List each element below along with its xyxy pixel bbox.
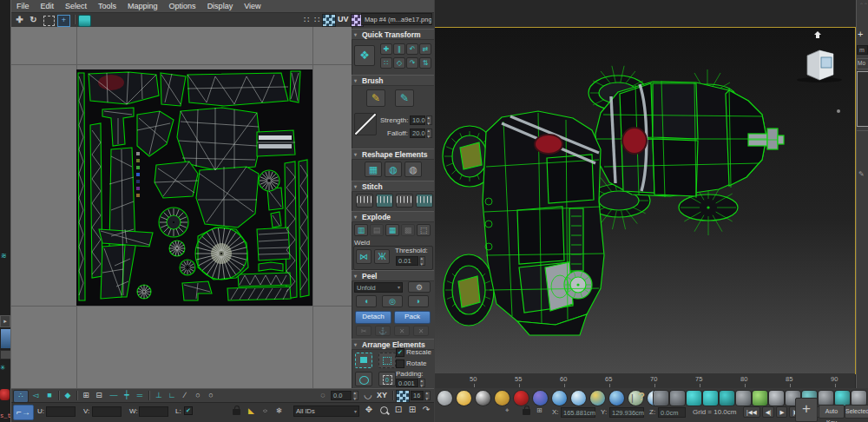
bulb-icon[interactable] (687, 391, 701, 406)
show-map-toggle-icon[interactable] (322, 14, 336, 27)
zoom-to-gizmo-icon[interactable]: ↷ (420, 405, 432, 415)
rollout-reshape[interactable]: Reshape Elements (352, 148, 434, 160)
select-loop-icon[interactable]: — (108, 390, 120, 400)
zoom-region-icon[interactable]: ⊡ (392, 405, 404, 415)
left-toolbar-icon[interactable]: ≋ (1, 252, 9, 260)
bottle-icon[interactable] (769, 391, 784, 406)
menu-display[interactable]: Display (207, 2, 233, 10)
pack-button[interactable]: Pack (394, 311, 431, 324)
soft-selection-icon[interactable]: ◌ (318, 390, 328, 400)
strength-field[interactable]: 10.0 (410, 115, 425, 125)
menu-view[interactable]: View (244, 2, 260, 10)
camera-icon[interactable] (654, 391, 668, 406)
padding-field[interactable]: 0.001 (396, 379, 418, 387)
selected-button[interactable]: Selected (845, 405, 868, 419)
stitch-source-button[interactable] (416, 194, 433, 208)
face-mode-icon[interactable]: ■ (43, 390, 56, 400)
stitch-average-button[interactable] (396, 194, 413, 208)
qt-gizmo-button[interactable]: ❖ (354, 45, 375, 66)
grow-loop-icon[interactable]: ┿ (121, 390, 133, 400)
stitch-target-button[interactable] (376, 194, 393, 208)
edge-mode-icon[interactable]: ◅ (30, 390, 42, 400)
tiles-spinner[interactable] (424, 391, 431, 400)
peel-mode-dropdown[interactable]: Unfold▾ (354, 282, 403, 293)
map-dropdown[interactable]: Map #4 (m...a9e17.png)▾ (361, 13, 432, 25)
align-vertical-icon[interactable]: ⊥ (153, 390, 165, 400)
l-checkbox[interactable]: ✔ (184, 406, 193, 415)
sand-icon[interactable] (495, 391, 510, 406)
rollout-quick-transform[interactable]: Quick Transform (352, 29, 434, 40)
tile-checker-icon[interactable] (396, 390, 410, 403)
align-horizontal-icon[interactable]: ∟ (166, 390, 178, 400)
qt-align-7[interactable]: ↷ (406, 57, 418, 69)
material-id-dropdown[interactable]: All IDs▾ (293, 406, 359, 417)
mirror-tool-icon[interactable] (78, 15, 91, 27)
stitch-custom-button[interactable] (356, 194, 373, 208)
new-scene-plus-button[interactable]: + (795, 398, 818, 422)
quick-peel-button[interactable]: ◖ (356, 295, 377, 307)
explode-edge-button[interactable]: ▤ (370, 224, 384, 236)
filter-faces-icon[interactable]: ◣ (246, 406, 257, 416)
waves-icon[interactable] (609, 391, 624, 406)
element-mode-icon[interactable]: ◆ (62, 390, 74, 400)
beach-icon[interactable] (590, 391, 605, 406)
minibulb-icon[interactable] (835, 391, 850, 406)
folder-arrow-icon[interactable] (736, 391, 751, 406)
peel-mode-button[interactable]: ◎ (382, 295, 403, 307)
pack-custom-button[interactable] (378, 353, 396, 368)
soft-falloff-spinner[interactable] (352, 391, 358, 400)
pelt-map-button[interactable]: ◗ (408, 295, 429, 307)
qt-align-1[interactable]: ✚ (380, 43, 392, 55)
v-field[interactable] (92, 406, 122, 417)
relax-brush-button[interactable]: ✎ (395, 89, 414, 107)
uv-mode-button[interactable]: UV (338, 15, 349, 23)
qt-align-4[interactable]: ⇄ (419, 43, 431, 55)
swirl-icon[interactable] (552, 391, 567, 406)
rollout-stitch[interactable]: Stitch (352, 181, 434, 192)
modifier-stack-list[interactable] (857, 71, 868, 127)
splat-icon[interactable] (514, 391, 529, 406)
left-snowflake-icon[interactable]: ✳ (0, 364, 9, 373)
rescale-elements-button[interactable] (355, 372, 372, 386)
list-icon[interactable] (753, 391, 767, 406)
qt-align-8[interactable]: ⇅ (419, 57, 431, 69)
edge-loop-icon[interactable]: ○ (205, 390, 217, 400)
padding-spinner[interactable] (419, 379, 425, 387)
waterfall-icon[interactable] (571, 391, 586, 406)
peel-reset-button[interactable]: ✂ (356, 326, 372, 336)
strength-spinner[interactable] (426, 115, 432, 125)
rollout-peel[interactable]: Peel (352, 270, 434, 281)
selection-filter-icon[interactable]: ⌖ (505, 406, 515, 415)
tiles-field[interactable]: 16 (411, 391, 424, 400)
rescale-checkbox[interactable]: ✔ (396, 348, 404, 357)
beer-icon[interactable] (457, 391, 471, 406)
z-coord-field[interactable]: 0.0cm (658, 407, 686, 418)
w-field[interactable] (139, 406, 168, 417)
qt-align-6[interactable]: ◇ (393, 57, 405, 69)
peel-edit-button[interactable]: ✕ (413, 326, 429, 336)
zoom-icon[interactable] (380, 406, 388, 414)
transport-button[interactable]: ▶ (776, 406, 787, 418)
freeform-mode-icon[interactable]: + (57, 15, 70, 27)
paint-move-brush-button[interactable]: ✎ (366, 89, 385, 107)
uv-canvas[interactable] (11, 27, 352, 388)
modifier-button[interactable]: Mo (857, 58, 868, 69)
explode-smoothing-button[interactable]: ▩ (401, 224, 415, 236)
palette-icon[interactable] (819, 391, 833, 406)
detach-button[interactable]: Detach (355, 311, 391, 324)
filter-snowflake-icon[interactable]: ❄ (273, 406, 285, 416)
rollout-brush[interactable]: Brush (352, 75, 434, 86)
falloff-curve-button[interactable] (354, 113, 377, 135)
shrink-selection-icon[interactable]: ⊟ (93, 390, 105, 400)
rotate-checkbox[interactable] (396, 359, 404, 368)
reshape-grid-button[interactable]: ▦ (365, 162, 382, 177)
teapot-icon[interactable] (437, 391, 452, 406)
menu-select[interactable]: Select (65, 2, 87, 10)
point-to-point-icon[interactable]: ○ (192, 390, 204, 400)
falloff-spinner[interactable] (426, 129, 432, 138)
timeline-ruler[interactable]: 505560657075808590 (434, 373, 855, 389)
pan-icon[interactable]: ✥ (363, 405, 375, 415)
snap2-icon[interactable]: ∷ (311, 14, 322, 25)
x-coord-field[interactable]: 165.881cm (561, 407, 595, 418)
uv-lock-icon[interactable] (233, 409, 240, 415)
